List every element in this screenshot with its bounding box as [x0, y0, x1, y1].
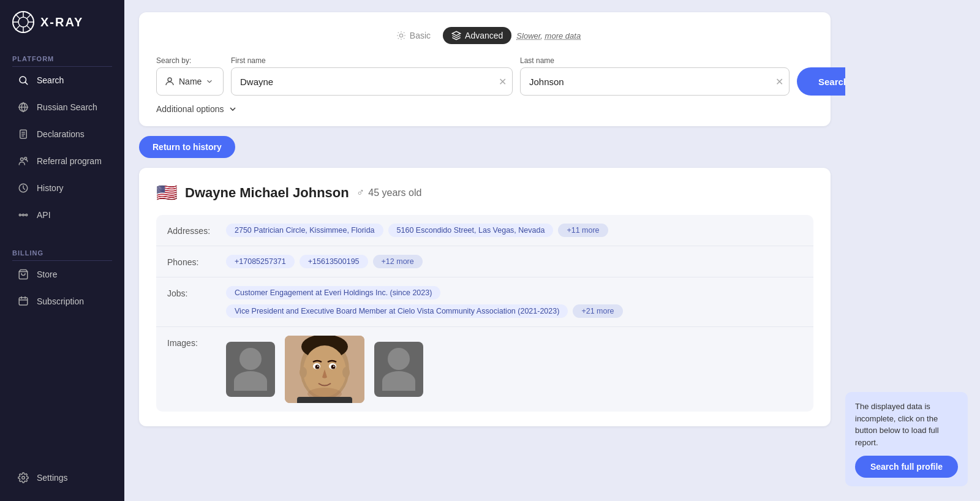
additional-options-toggle[interactable]: Additional options — [156, 104, 813, 114]
svg-point-33 — [168, 78, 172, 81]
jobs-label: Jobs: — [167, 286, 216, 298]
address-tag-1[interactable]: 5160 Escondido Street, Las Vegas, Nevada — [388, 224, 554, 237]
search-full-profile-button[interactable]: Search full profile — [855, 456, 958, 478]
jobs-tags: Customer Engagement at Everi Holdings In… — [226, 286, 440, 299]
job-tag-0[interactable]: Customer Engagement at Everi Holdings In… — [226, 286, 440, 299]
address-tag-0[interactable]: 2750 Patrician Circle, Kissimmee, Florid… — [226, 224, 383, 237]
svg-point-41 — [331, 365, 336, 369]
sidebar-item-search-label: Search — [37, 75, 64, 85]
content-area: Basic Advanced Slower, more data Search … — [124, 0, 980, 501]
svg-point-18 — [21, 158, 24, 161]
svg-line-9 — [15, 26, 20, 30]
name-select-dropdown[interactable]: Name — [156, 67, 224, 96]
sidebar-item-declarations[interactable]: Declarations — [5, 122, 119, 146]
basic-mode-button[interactable]: Basic — [389, 27, 438, 44]
last-name-label: Last name — [520, 56, 790, 65]
search-row: Search by: Name First name ✕ — [156, 56, 813, 96]
sidebar: X-RAY Platform Search Russian Search Dec… — [0, 0, 124, 501]
tooltip-card: The displayed data is incomplete, click … — [845, 392, 968, 486]
sidebar-item-history-label: History — [37, 183, 64, 193]
phone-tag-0[interactable]: +17085257371 — [226, 255, 295, 268]
platform-divider — [12, 66, 112, 67]
sidebar-bottom: Settings — [0, 464, 124, 501]
last-name-wrap: ✕ — [520, 67, 790, 96]
last-name-input[interactable] — [520, 67, 790, 96]
svg-line-11 — [25, 82, 27, 84]
jobs-row: Jobs: Customer Engagement at Everi Holdi… — [156, 277, 813, 327]
gender-icon: ♂ — [356, 186, 365, 199]
flag-icon: 🇺🇸 — [156, 183, 178, 203]
phones-row: Phones: +17085257371 +15613500195 +12 mo… — [156, 246, 813, 277]
first-name-label: First name — [231, 56, 513, 65]
search-icon — [17, 74, 29, 86]
svg-line-6 — [15, 14, 20, 18]
sidebar-item-search[interactable]: Search — [5, 68, 119, 92]
logo-icon — [12, 11, 34, 33]
addresses-tags: 2750 Patrician Circle, Kissimmee, Florid… — [226, 224, 608, 237]
person-meta: ♂ 45 years old — [356, 186, 422, 199]
images-row: Images: — [156, 327, 813, 412]
avatar-body-2 — [382, 371, 415, 391]
phone-tag-1[interactable]: +15613500195 — [300, 255, 368, 268]
name-select-label: Name — [179, 77, 202, 86]
main-scroll: Basic Advanced Slower, more data Search … — [124, 0, 845, 501]
logo-area: X-RAY — [0, 0, 124, 44]
sidebar-item-settings[interactable]: Settings — [5, 465, 119, 490]
svg-point-1 — [18, 17, 28, 27]
svg-point-31 — [22, 477, 25, 480]
svg-point-40 — [315, 365, 320, 369]
jobs-inner: Jobs: Customer Engagement at Everi Holdi… — [167, 286, 440, 299]
phone-tag-more[interactable]: +12 more — [373, 255, 423, 268]
search-card: Basic Advanced Slower, more data Search … — [139, 12, 831, 126]
slower-label: Slower, more data — [516, 31, 581, 40]
last-name-group: Last name ✕ — [520, 56, 790, 96]
platform-label: Platform — [0, 44, 124, 66]
settings-icon — [17, 472, 29, 484]
jobs-extra: Vice President and Executive Board Membe… — [167, 304, 623, 318]
person-header: 🇺🇸 Dwayne Michael Johnson ♂ 45 years old — [156, 183, 813, 203]
svg-point-43 — [333, 366, 334, 367]
sidebar-item-russian-search[interactable]: Russian Search — [5, 95, 119, 119]
job-tag-1[interactable]: Vice President and Executive Board Membe… — [226, 304, 568, 318]
first-name-clear-button[interactable]: ✕ — [499, 76, 507, 88]
sidebar-item-subscription-label: Subscription — [37, 296, 84, 306]
avatar-circle-2 — [388, 348, 410, 370]
sidebar-item-subscription[interactable]: Subscription — [5, 289, 119, 314]
search-by-label: Search by: — [156, 56, 224, 65]
address-tag-more[interactable]: +11 more — [558, 224, 608, 237]
declarations-icon — [17, 128, 29, 140]
referral-icon — [17, 155, 29, 167]
billing-label: Billing — [0, 238, 124, 260]
svg-rect-47 — [297, 397, 352, 403]
addresses-label: Addresses: — [167, 224, 216, 236]
last-name-clear-button[interactable]: ✕ — [775, 76, 783, 88]
return-to-history-button[interactable]: Return to history — [139, 136, 235, 158]
phones-tags: +17085257371 +15613500195 +12 more — [226, 255, 423, 268]
job-tag-more[interactable]: +21 more — [573, 304, 622, 318]
svg-line-8 — [27, 14, 31, 18]
basic-label: Basic — [410, 31, 431, 40]
images-label: Images: — [167, 336, 216, 348]
mode-toggle: Basic Advanced Slower, more data — [156, 27, 813, 44]
first-name-input[interactable] — [231, 67, 513, 96]
details-table: Addresses: 2750 Patrician Circle, Kissim… — [156, 215, 813, 412]
results-card: 🇺🇸 Dwayne Michael Johnson ♂ 45 years old… — [139, 168, 831, 426]
store-icon — [17, 268, 29, 281]
sidebar-item-referral[interactable]: Referral program — [5, 149, 119, 173]
sidebar-item-store[interactable]: Store — [5, 262, 119, 287]
search-button[interactable]: Search — [797, 67, 845, 96]
api-icon — [17, 209, 29, 221]
sidebar-item-declarations-label: Declarations — [37, 129, 85, 139]
sidebar-item-history[interactable]: History — [5, 176, 119, 200]
person-age: 45 years old — [368, 187, 421, 198]
sidebar-item-api[interactable]: API — [5, 203, 119, 227]
advanced-mode-button[interactable]: Advanced — [443, 27, 511, 44]
svg-point-32 — [399, 34, 402, 37]
svg-point-19 — [24, 157, 27, 160]
avatar-placeholder-1 — [226, 342, 275, 397]
person-name: Dwayne Michael Johnson — [185, 185, 349, 201]
billing-divider — [12, 260, 112, 261]
real-photo — [285, 336, 364, 403]
search-by-group: Search by: Name — [156, 56, 224, 96]
svg-rect-27 — [19, 298, 28, 305]
